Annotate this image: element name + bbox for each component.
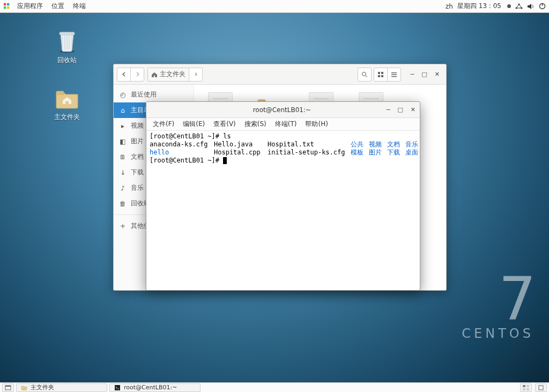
terminal-menu-terminal[interactable]: 终端(T) — [271, 120, 301, 129]
fm-back-button[interactable] — [117, 68, 131, 82]
terminal-dir: 下载 — [387, 149, 405, 157]
svg-rect-23 — [523, 385, 525, 387]
apps-launcher-icon[interactable] — [3, 3, 11, 10]
terminal-dir: hello — [150, 149, 214, 157]
terminal-content[interactable]: [root@CentLB01 ~]# ls anaconda-ks.cfgHel… — [146, 131, 420, 290]
terminal-prompt: [root@CentLB01 ~]# — [150, 132, 223, 140]
terminal-dir: 公共 — [351, 140, 369, 149]
clock[interactable]: 星期四 13 : 05 — [457, 2, 501, 11]
document-icon: 🗎 — [119, 153, 127, 161]
terminal-cmd: ls — [223, 132, 231, 140]
terminal-menu-view[interactable]: 查看(V) — [209, 120, 240, 129]
svg-rect-0 — [4, 3, 6, 5]
svg-rect-27 — [539, 386, 543, 390]
terminal-dir: 桌面 — [405, 149, 418, 156]
sidebar-item-label: 文档 — [131, 152, 144, 161]
menu-applications[interactable]: 应用程序 — [13, 2, 47, 11]
svg-rect-19 — [391, 76, 397, 77]
fm-forward-button[interactable] — [130, 68, 144, 82]
terminal-file: Hello.java — [214, 140, 268, 149]
input-method-indicator[interactable]: zh — [446, 3, 453, 10]
terminal-menu-search[interactable]: 搜索(S) — [240, 120, 271, 129]
menu-places[interactable]: 位置 — [47, 2, 69, 11]
fm-view-grid-button[interactable] — [374, 68, 388, 82]
terminal-title: root@CentLB01:~ — [177, 106, 387, 114]
desktop-icon-home-label: 主文件夹 — [46, 113, 88, 122]
svg-line-12 — [366, 76, 367, 77]
svg-rect-10 — [60, 32, 75, 35]
network-icon[interactable] — [515, 3, 523, 10]
terminal-titlebar[interactable]: root@CentLB01:~ ─ □ ✕ — [146, 102, 420, 118]
svg-rect-3 — [7, 6, 9, 9]
volume-icon[interactable] — [527, 3, 535, 10]
svg-rect-14 — [381, 72, 383, 74]
fm-minimize-button[interactable]: ─ — [411, 71, 414, 78]
desktop-icon-trash-label: 回收站 — [46, 56, 88, 65]
terminal-file: initial-setup-ks.cfg — [268, 149, 351, 157]
home-icon: ⌂ — [119, 107, 127, 114]
plus-icon: + — [119, 223, 127, 230]
terminal-file: Hospital.cpp — [214, 149, 268, 157]
svg-rect-21 — [5, 386, 11, 387]
svg-rect-1 — [7, 3, 9, 5]
terminal-icon — [114, 384, 121, 391]
taskbar-show-desktop[interactable] — [2, 383, 14, 392]
top-panel: 应用程序 位置 终端 zh 星期四 13 : 05 — [0, 0, 549, 13]
fm-path-next[interactable] — [189, 68, 203, 82]
sidebar-item-label: 下载 — [131, 168, 144, 177]
power-icon[interactable] — [539, 3, 546, 10]
terminal-menu-help[interactable]: 帮助(H) — [301, 120, 332, 129]
video-icon: ▸ — [119, 122, 127, 130]
terminal-close-button[interactable]: ✕ — [411, 106, 416, 113]
sidebar-item-label: 视频 — [131, 121, 144, 130]
terminal-dir: 文档 — [387, 140, 405, 149]
trash-icon: 🗑 — [119, 200, 127, 208]
taskbar-tray-button[interactable] — [535, 383, 547, 392]
taskbar-item-label: root@CentLB01:~ — [124, 384, 177, 391]
terminal-dir: 模板 — [351, 149, 369, 157]
file-manager-titlebar[interactable]: 主文件夹 ─ □ ✕ — [114, 64, 446, 85]
centos-name: CENTOS — [462, 326, 534, 341]
taskbar-item-filemgr[interactable]: 主文件夹 — [16, 383, 107, 392]
terminal-menu-file[interactable]: 文件(F) — [149, 120, 179, 129]
terminal-cursor — [223, 157, 227, 164]
terminal-menubar: 文件(F) 编辑(E) 查看(V) 搜索(S) 终端(T) 帮助(H) — [146, 118, 420, 131]
fm-close-button[interactable]: ✕ — [435, 71, 440, 78]
fm-path-home[interactable]: 主文件夹 — [147, 68, 189, 82]
svg-rect-16 — [381, 75, 383, 77]
terminal-dir: 视频 — [369, 140, 387, 149]
terminal-window: root@CentLB01:~ ─ □ ✕ 文件(F) 编辑(E) 查看(V) … — [146, 101, 420, 291]
fm-view-list-button[interactable] — [387, 68, 401, 82]
terminal-dir: 图片 — [369, 149, 387, 157]
menu-terminal[interactable]: 终端 — [69, 2, 90, 11]
sidebar-item-recent[interactable]: ◴最近使用 — [114, 87, 194, 102]
taskbar-workspace-switcher[interactable] — [520, 383, 532, 392]
svg-rect-22 — [115, 385, 120, 390]
centos-branding: 7 CENTOS — [462, 276, 534, 341]
fm-maximize-button[interactable]: □ — [421, 71, 427, 78]
svg-rect-2 — [4, 6, 6, 9]
download-icon: ↓ — [119, 169, 127, 176]
svg-rect-24 — [526, 385, 529, 387]
svg-rect-13 — [378, 72, 380, 74]
terminal-file: anaconda-ks.cfg — [150, 140, 214, 149]
fm-search-button[interactable] — [358, 68, 372, 82]
taskbar-item-terminal[interactable]: root@CentLB01:~ — [109, 383, 201, 392]
recording-indicator-icon — [507, 4, 511, 8]
sidebar-item-label: 最近使用 — [131, 90, 157, 99]
centos-version: 7 — [462, 276, 534, 323]
clock-icon: ◴ — [119, 91, 127, 99]
bottom-taskbar: 主文件夹 root@CentLB01:~ — [0, 382, 549, 392]
terminal-file: Hospital.txt — [268, 140, 351, 149]
sidebar-item-label: 音乐 — [131, 183, 144, 193]
terminal-maximize-button[interactable]: □ — [397, 106, 403, 113]
desktop-icon-home[interactable]: 主文件夹 — [46, 85, 88, 122]
desktop-icon-trash[interactable]: 回收站 — [46, 28, 88, 65]
svg-rect-15 — [378, 75, 380, 77]
terminal-menu-edit[interactable]: 编辑(E) — [179, 120, 209, 129]
taskbar-item-label: 主文件夹 — [31, 383, 54, 391]
terminal-minimize-button[interactable]: ─ — [387, 106, 390, 113]
terminal-prompt: [root@CentLB01 ~]# — [150, 157, 223, 164]
picture-icon: ◧ — [119, 138, 127, 145]
folder-icon — [21, 384, 27, 391]
